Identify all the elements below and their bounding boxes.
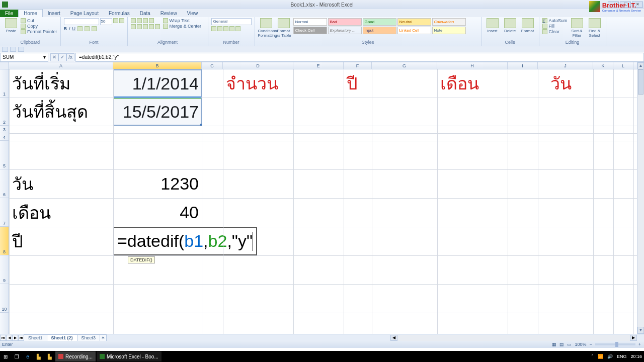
sheet-tab-2[interactable]: Sheet3	[77, 334, 101, 341]
zoom-out-button[interactable]: −	[589, 342, 592, 347]
name-box[interactable]: SUM▾	[0, 53, 48, 62]
col-header-K[interactable]: K	[593, 62, 613, 69]
hscroll-right-button[interactable]: ▶	[630, 335, 637, 341]
col-header-E[interactable]: E	[293, 62, 344, 69]
cell-B6[interactable]: 1230	[113, 169, 202, 198]
row-header-7[interactable]: 7	[0, 198, 9, 227]
name-box-dropdown-icon[interactable]: ▾	[43, 54, 46, 60]
wrap-text-button[interactable]: Wrap Text	[163, 18, 202, 23]
col-header-G[interactable]: G	[372, 62, 437, 69]
style-normal[interactable]: Normal	[293, 18, 327, 26]
font-color-button[interactable]	[92, 26, 97, 31]
formula-bar-input[interactable]: =datedif(b1,b2,"y"	[75, 53, 644, 62]
qat-undo-icon[interactable]	[10, 47, 16, 52]
sort-filter-button[interactable]: Sort & Filter	[569, 18, 585, 38]
style-input[interactable]: Input	[363, 27, 396, 34]
cell-A8[interactable]: ปี	[9, 227, 113, 255]
paste-button[interactable]: Paste	[3, 18, 19, 34]
format-cells-button[interactable]: Format	[520, 18, 536, 34]
tab-view[interactable]: View	[182, 10, 203, 17]
cell-D1[interactable]: จำนวน	[223, 69, 293, 98]
col-header-A[interactable]: A	[9, 62, 113, 69]
folder-icon[interactable]: ▙	[44, 351, 55, 362]
underline-button[interactable]: U	[72, 26, 76, 31]
cell-A7[interactable]: เดือน	[9, 198, 113, 227]
tray-chevron-icon[interactable]: ˄	[591, 354, 594, 359]
taskbar-recording[interactable]: Recording...	[55, 351, 96, 361]
scroll-up-button[interactable]: ▲	[637, 62, 644, 69]
tab-home[interactable]: Home	[18, 9, 43, 17]
fill-color-button[interactable]	[85, 26, 90, 31]
zoom-in-button[interactable]: +	[638, 342, 641, 347]
style-note[interactable]: Note	[432, 27, 466, 34]
view-pagebreak-icon[interactable]: ▭	[567, 342, 572, 347]
tray-volume-icon[interactable]: 🔊	[607, 354, 613, 359]
qat-save-icon[interactable]	[2, 47, 8, 52]
sheet-nav-prev[interactable]: ◀	[6, 335, 12, 341]
format-painter-button[interactable]: Format Painter	[21, 29, 57, 34]
inc-decimal-icon[interactable]	[229, 26, 234, 31]
hscroll-left-button[interactable]: ◀	[390, 335, 397, 341]
font-size-dropdown[interactable]: 50	[100, 18, 112, 25]
row-header-1[interactable]: 1	[0, 69, 9, 98]
dec-decimal-icon[interactable]	[235, 26, 240, 31]
cell-styles-gallery[interactable]: Normal Bad Good Neutral Calculation Chec…	[293, 18, 469, 34]
worksheet-area[interactable]: A B C D E F G H I J K L 1234567891011 วั…	[0, 62, 644, 334]
horizontal-scrollbar[interactable]: ◀▶	[390, 335, 637, 341]
tab-review[interactable]: Review	[155, 10, 182, 17]
editing-cell-B8[interactable]: =datedif(b1,b2,"y"	[113, 227, 257, 255]
taskbar-excel[interactable]: Microsoft Excel - Boo...	[97, 351, 162, 361]
tray-clock[interactable]: 20:16	[630, 354, 642, 359]
row-header-2[interactable]: 2	[0, 98, 9, 126]
align-center-icon[interactable]	[137, 24, 142, 29]
row-header-6[interactable]: 6	[0, 169, 9, 198]
sheet-tab-1[interactable]: Sheet1 (2)	[47, 334, 77, 341]
tab-file[interactable]: File	[0, 10, 18, 17]
align-left-icon[interactable]	[131, 24, 136, 29]
start-button[interactable]: ⊞	[0, 351, 11, 362]
italic-button[interactable]: I	[69, 26, 70, 31]
scroll-thumb[interactable]	[638, 69, 643, 95]
cell-A1[interactable]: วันที่เริ่ม	[9, 69, 113, 98]
new-sheet-button[interactable]: ✶	[100, 334, 107, 341]
comma-icon[interactable]	[223, 26, 228, 31]
autosum-button[interactable]: ΣAutoSum	[542, 18, 568, 23]
tab-formulas[interactable]: Formulas	[104, 10, 135, 17]
qat-redo-icon[interactable]	[18, 47, 24, 52]
decrease-font-icon[interactable]	[119, 18, 124, 23]
percent-icon[interactable]	[217, 26, 222, 31]
cell-A2[interactable]: วันที่สิ้นสุด	[9, 98, 113, 126]
tab-data[interactable]: Data	[135, 10, 155, 17]
row-header-10[interactable]: 10	[0, 284, 9, 313]
file-explorer-icon[interactable]: ▙	[33, 351, 44, 362]
clear-button[interactable]: Clear	[542, 29, 568, 34]
view-layout-icon[interactable]: ▤	[559, 342, 564, 347]
cell-J1[interactable]: วัน	[547, 69, 603, 98]
select-all-corner[interactable]	[0, 62, 9, 69]
border-button[interactable]	[77, 26, 83, 31]
vertical-scrollbar[interactable]: ▲ ▼	[637, 62, 644, 334]
tab-page-layout[interactable]: Page Layout	[65, 10, 104, 17]
cell-B7[interactable]: 40	[113, 198, 202, 227]
row-header-9[interactable]: 9	[0, 255, 9, 284]
align-top-icon[interactable]	[131, 18, 136, 23]
indent-dec-icon[interactable]	[149, 24, 154, 29]
task-view-icon[interactable]: ❐	[11, 351, 22, 362]
align-middle-icon[interactable]	[137, 18, 142, 23]
style-check-cell[interactable]: Check Cell	[293, 27, 327, 34]
style-neutral[interactable]: Neutral	[397, 18, 431, 26]
conditional-formatting-button[interactable]: Conditional Formatting	[258, 18, 274, 38]
row-header-3[interactable]: 3	[0, 126, 9, 133]
currency-icon[interactable]	[211, 26, 216, 31]
view-normal-icon[interactable]: ▦	[552, 342, 556, 347]
row-header-8[interactable]: 8	[0, 227, 9, 255]
style-calculation[interactable]: Calculation	[432, 18, 466, 26]
number-format-dropdown[interactable]: General	[211, 18, 252, 25]
find-select-button[interactable]: Find & Select	[587, 18, 603, 38]
enter-formula-button[interactable]: ✓	[58, 53, 66, 61]
col-header-H[interactable]: H	[437, 62, 508, 69]
scroll-down-button[interactable]: ▼	[637, 327, 644, 334]
cells-grid[interactable]: วันที่เริ่ม 1/1/2014 วันที่สิ้นสุด 15/5/…	[9, 69, 637, 334]
insert-function-button[interactable]: fx	[66, 53, 74, 61]
tab-insert[interactable]: Insert	[43, 10, 65, 17]
